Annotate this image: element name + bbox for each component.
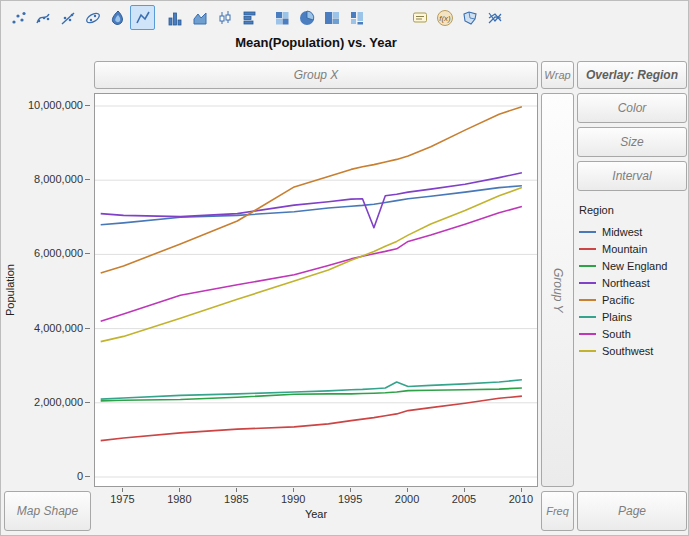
legend-label: Midwest — [602, 226, 642, 238]
bar-tool-button[interactable] — [162, 5, 187, 30]
series-line-new-england[interactable] — [101, 388, 522, 401]
legend-label: South — [602, 328, 631, 340]
legend-item-midwest[interactable]: Midwest — [579, 223, 687, 240]
legend-item-mountain[interactable]: Mountain — [579, 240, 687, 257]
x-tick-mark — [464, 488, 465, 492]
y-axis[interactable]: 02,000,0004,000,0006,000,0008,000,00010,… — [18, 93, 91, 487]
legend-swatch — [579, 350, 596, 352]
drop-zone-overlay[interactable]: Overlay: Region — [577, 61, 687, 89]
element-toolbar: f(x) — [5, 4, 507, 31]
legend-label: Southwest — [602, 345, 653, 357]
caption-box-tool-button[interactable] — [407, 5, 432, 30]
contour-tool-button[interactable] — [105, 5, 130, 30]
x-tick-mark — [407, 488, 408, 492]
legend-title: Region — [579, 204, 687, 216]
ellipse-tool-button[interactable] — [80, 5, 105, 30]
y-tick-label: 0 — [77, 470, 83, 482]
series-line-southwest[interactable] — [101, 188, 522, 342]
legend-items: MidwestMountainNew EnglandNortheastPacif… — [579, 223, 687, 359]
svg-text:f(x): f(x) — [439, 14, 451, 23]
points-tool-button[interactable] — [5, 5, 30, 30]
legend-item-northeast[interactable]: Northeast — [579, 274, 687, 291]
legend-swatch — [579, 333, 596, 335]
y-tick-mark — [85, 476, 90, 477]
plot-area[interactable] — [94, 93, 538, 487]
map-shapes-tool-button[interactable] — [457, 5, 482, 30]
legend-item-pacific[interactable]: Pacific — [579, 291, 687, 308]
y-tick-mark — [85, 253, 90, 254]
y-tick-mark — [85, 105, 90, 106]
drop-zone-map-shape-label: Map Shape — [17, 504, 78, 518]
drop-zone-group-x-label: Group X — [294, 68, 339, 82]
x-tick-mark — [122, 488, 123, 492]
legend-swatch — [579, 248, 596, 250]
x-axis[interactable]: 19751980198519901995200020052010 — [94, 488, 538, 506]
legend-swatch — [579, 282, 596, 284]
series-line-midwest[interactable] — [101, 186, 522, 225]
drop-zone-color[interactable]: Color — [577, 93, 687, 123]
drop-zone-wrap[interactable]: Wrap — [541, 61, 574, 89]
drop-zone-size[interactable]: Size — [577, 127, 687, 157]
x-tick-label: 1980 — [159, 493, 199, 505]
y-tick-label: 10,000,000 — [28, 99, 83, 111]
drop-zone-interval-label: Interval — [612, 169, 651, 183]
graph-builder-window: f(x) Mean(Population) vs. Year Group X W… — [0, 0, 689, 536]
heatmap-tool-button[interactable] — [269, 5, 294, 30]
legend-swatch — [579, 231, 596, 233]
x-tick-mark — [293, 488, 294, 492]
formula-tool-button[interactable]: f(x) — [432, 5, 457, 30]
pie-tool-button[interactable] — [294, 5, 319, 30]
y-tick-mark — [85, 402, 90, 403]
area-tool-button[interactable] — [187, 5, 212, 30]
drop-zone-wrap-label: Wrap — [544, 69, 570, 81]
x-tick-label: 2005 — [444, 493, 484, 505]
histogram-tool-button[interactable] — [237, 5, 262, 30]
drop-zone-group-y-label: Group Y — [551, 268, 565, 312]
legend-label: New England — [602, 260, 667, 272]
legend-item-plains[interactable]: Plains — [579, 308, 687, 325]
box-plot-tool-button[interactable] — [212, 5, 237, 30]
series-line-pacific[interactable] — [101, 107, 522, 273]
mosaic-tool-button[interactable] — [344, 5, 369, 30]
x-tick-label: 2010 — [501, 493, 541, 505]
y-axis-title[interactable]: Population — [4, 264, 16, 316]
x-tick-label: 1995 — [330, 493, 370, 505]
legend-label: Pacific — [602, 294, 634, 306]
y-axis-title-band: Population — [1, 93, 18, 487]
line-of-fit-tool-button[interactable] — [55, 5, 80, 30]
drop-zone-freq-label: Freq — [546, 505, 569, 517]
series-line-south[interactable] — [101, 207, 522, 322]
legend: Region MidwestMountainNew EnglandNorthea… — [579, 204, 687, 359]
legend-item-southwest[interactable]: Southwest — [579, 342, 687, 359]
drop-zone-group-y[interactable]: Group Y — [541, 93, 574, 487]
y-tick-label: 8,000,000 — [34, 173, 83, 185]
legend-swatch — [579, 299, 596, 301]
x-tick-mark — [236, 488, 237, 492]
drop-zone-interval[interactable]: Interval — [577, 161, 687, 191]
x-tick-label: 1985 — [216, 493, 256, 505]
legend-item-new-england[interactable]: New England — [579, 257, 687, 274]
line-chart[interactable] — [95, 94, 537, 486]
treemap-tool-button[interactable] — [319, 5, 344, 30]
legend-item-south[interactable]: South — [579, 325, 687, 342]
drop-zone-map-shape[interactable]: Map Shape — [4, 491, 91, 531]
y-tick-mark — [85, 179, 90, 180]
legend-label: Plains — [602, 311, 632, 323]
drop-zone-freq[interactable]: Freq — [541, 491, 574, 531]
drop-zone-page[interactable]: Page — [577, 491, 687, 531]
drop-zone-group-x[interactable]: Group X — [94, 61, 538, 89]
x-tick-mark — [179, 488, 180, 492]
drop-zone-color-label: Color — [618, 101, 647, 115]
smoother-tool-button[interactable] — [30, 5, 55, 30]
line-tool-button[interactable] — [130, 5, 155, 30]
x-tick-mark — [350, 488, 351, 492]
legend-label: Northeast — [602, 277, 650, 289]
x-tick-label: 1975 — [102, 493, 142, 505]
y-tick-label: 6,000,000 — [34, 247, 83, 259]
parallel-plot-tool-button[interactable] — [482, 5, 507, 30]
page-title: Mean(Population) vs. Year — [94, 35, 538, 50]
x-tick-label: 1990 — [273, 493, 313, 505]
x-axis-title[interactable]: Year — [94, 508, 538, 520]
legend-label: Mountain — [602, 243, 647, 255]
legend-swatch — [579, 265, 596, 267]
